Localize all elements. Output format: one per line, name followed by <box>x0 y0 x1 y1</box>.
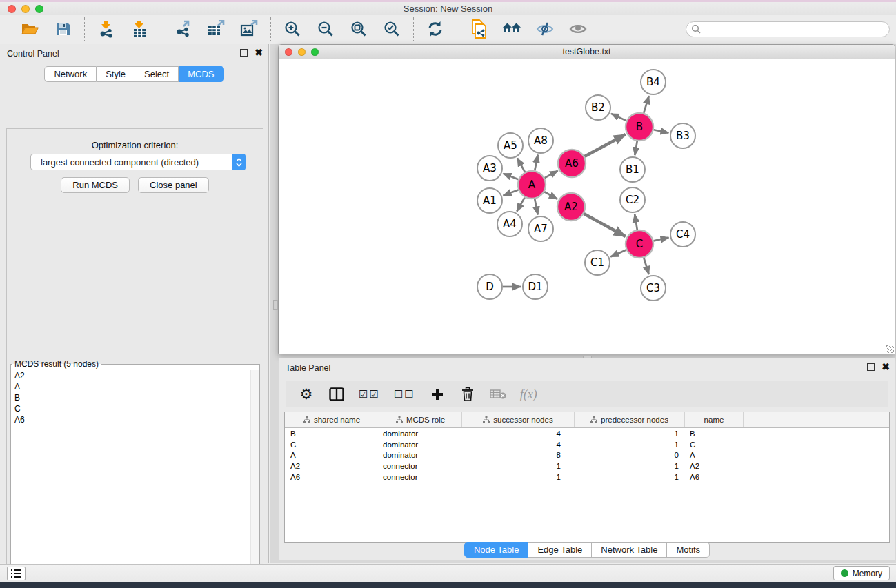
memory-button[interactable]: Memory <box>833 566 890 580</box>
open-file-icon[interactable] <box>20 19 39 39</box>
result-scrollbar[interactable] <box>250 370 259 588</box>
search-input[interactable] <box>704 23 889 35</box>
control-panel: Control Panel ✖ NetworkStyleSelectMCDS O… <box>0 44 269 563</box>
select-all-checkboxes-icon[interactable]: ☑☑ <box>359 385 380 403</box>
table-row-A2[interactable]: A2connector11A2 <box>285 460 889 472</box>
network-graph[interactable]: B4B2BB3A8A5A6A3B1AC2A1A2A4A7C4CC1C3DD1 <box>279 59 895 354</box>
node-label-A: A <box>528 179 536 191</box>
table-row-A6[interactable]: A6connector11A6 <box>285 472 889 483</box>
mcds-result-list[interactable]: A2ABCA6 <box>12 370 250 588</box>
tab-network-table[interactable]: Network Table <box>592 542 667 558</box>
table-row-B[interactable]: Bdominator41B <box>285 428 889 439</box>
close-panel-button[interactable]: Close panel <box>138 177 209 193</box>
home-networks-icon[interactable] <box>502 19 521 39</box>
show-eye-icon[interactable] <box>568 19 588 39</box>
tab-node-table[interactable]: Node Table <box>464 542 529 558</box>
column-layout-icon[interactable] <box>328 385 345 403</box>
mcds-result-item[interactable]: A2 <box>12 370 250 381</box>
edge-C-C1[interactable] <box>610 250 626 257</box>
edge-A-A1[interactable] <box>504 190 519 195</box>
zoom-in-icon[interactable] <box>283 19 302 39</box>
column-header-name[interactable]: name <box>685 412 744 427</box>
search-field[interactable] <box>686 21 890 37</box>
column-namespace-icon <box>303 416 310 423</box>
cell-predecessor-nodes: 1 <box>575 462 685 470</box>
settings-gear-icon[interactable]: ⚙ <box>298 385 315 403</box>
tab-motifs[interactable]: Motifs <box>667 542 710 558</box>
memory-status-icon <box>841 569 848 577</box>
network-window[interactable]: testGlobe.txt B4B2BB3A8A5A6A3B1AC2A1A2A4… <box>278 44 895 354</box>
table-row-C[interactable]: Cdominator41C <box>285 439 889 450</box>
import-table-icon[interactable] <box>130 19 149 39</box>
edge-A-A5[interactable] <box>517 158 525 172</box>
cell-name: B <box>685 429 744 438</box>
zoom-fit-icon[interactable] <box>349 19 368 39</box>
table-row-A[interactable]: Adominator80A <box>285 450 889 461</box>
edge-B-B2[interactable] <box>611 114 626 121</box>
criterion-select[interactable]: largest connected component (directed) <box>30 154 246 170</box>
edge-C-C3[interactable] <box>644 258 648 274</box>
tab-edge-table[interactable]: Edge Table <box>528 542 592 558</box>
edge-A-A4[interactable] <box>517 197 524 211</box>
network-document-icon[interactable] <box>469 19 488 39</box>
column-header-successor-nodes[interactable]: successor nodes <box>462 412 575 427</box>
edge-A-A2[interactable] <box>544 192 557 199</box>
float-panel-icon[interactable] <box>867 363 875 371</box>
mcds-result-item[interactable]: A6 <box>12 414 250 425</box>
node-label-A4: A4 <box>503 218 517 230</box>
add-column-icon[interactable] <box>429 385 446 403</box>
split-divider-handle[interactable] <box>273 300 278 310</box>
float-panel-icon[interactable] <box>240 49 248 57</box>
import-network-icon[interactable] <box>97 19 116 39</box>
edge-B-B4[interactable] <box>644 96 649 113</box>
zoom-selected-icon[interactable] <box>382 19 401 39</box>
network-canvas[interactable]: B4B2BB3A8A5A6A3B1AC2A1A2A4A7C4CC1C3DD1 <box>279 59 895 354</box>
column-namespace-icon <box>396 416 403 423</box>
network-window-titlebar[interactable]: testGlobe.txt <box>279 45 895 59</box>
edge-B-B3[interactable] <box>654 130 669 133</box>
cell-name: A2 <box>685 462 744 470</box>
cell-predecessor-nodes: 1 <box>575 440 685 449</box>
tab-select[interactable]: Select <box>135 66 179 82</box>
edge-A-A8[interactable] <box>535 155 538 171</box>
export-image-icon[interactable] <box>239 19 259 39</box>
zoom-out-icon[interactable] <box>316 19 335 39</box>
edge-C-C4[interactable] <box>654 238 669 241</box>
export-table-icon[interactable] <box>206 19 226 39</box>
column-header-MCDS-role[interactable]: MCDS role <box>379 412 462 427</box>
tab-network[interactable]: Network <box>44 66 97 82</box>
edge-A-A6[interactable] <box>545 171 558 178</box>
export-network-icon[interactable] <box>173 19 192 39</box>
mcds-result-item[interactable]: A <box>12 381 250 392</box>
task-history-button[interactable] <box>7 567 26 580</box>
column-namespace-icon <box>483 416 490 423</box>
resize-grip-icon[interactable] <box>886 345 894 353</box>
mcds-result-item[interactable]: B <box>12 392 250 403</box>
save-session-icon[interactable] <box>53 19 72 39</box>
refresh-icon[interactable] <box>426 19 445 39</box>
delete-column-icon[interactable] <box>459 385 476 403</box>
edge-A6-B[interactable] <box>585 134 626 156</box>
node-label-C1: C1 <box>590 256 604 269</box>
edge-C-C2[interactable] <box>635 214 637 230</box>
edge-A2-C[interactable] <box>584 214 625 236</box>
node-label-A6: A6 <box>565 157 579 170</box>
close-panel-icon[interactable]: ✖ <box>255 49 263 57</box>
delete-table-icon[interactable] <box>490 385 506 403</box>
deselect-all-checkboxes-icon[interactable]: ☐☐ <box>394 385 415 403</box>
column-header-shared-name[interactable]: shared name <box>285 412 379 427</box>
close-panel-icon[interactable]: ✖ <box>882 363 890 371</box>
tab-mcds[interactable]: MCDS <box>179 66 223 82</box>
run-mcds-button[interactable]: Run MCDS <box>61 177 130 193</box>
edge-A-A7[interactable] <box>535 199 538 215</box>
memory-label: Memory <box>853 569 882 578</box>
table-panel-tabs: Node TableEdge TableNetwork TableMotifs <box>464 542 710 558</box>
function-builder-icon[interactable]: f(x) <box>520 385 537 403</box>
tab-style[interactable]: Style <box>97 66 135 82</box>
hide-eye-icon[interactable] <box>535 19 555 39</box>
mcds-result-item[interactable]: C <box>12 403 250 414</box>
edge-B-B1[interactable] <box>635 141 637 156</box>
column-header-predecessor-nodes[interactable]: predecessor nodes <box>575 412 685 427</box>
node-label-C2: C2 <box>626 194 639 206</box>
edge-A-A3[interactable] <box>504 174 519 180</box>
